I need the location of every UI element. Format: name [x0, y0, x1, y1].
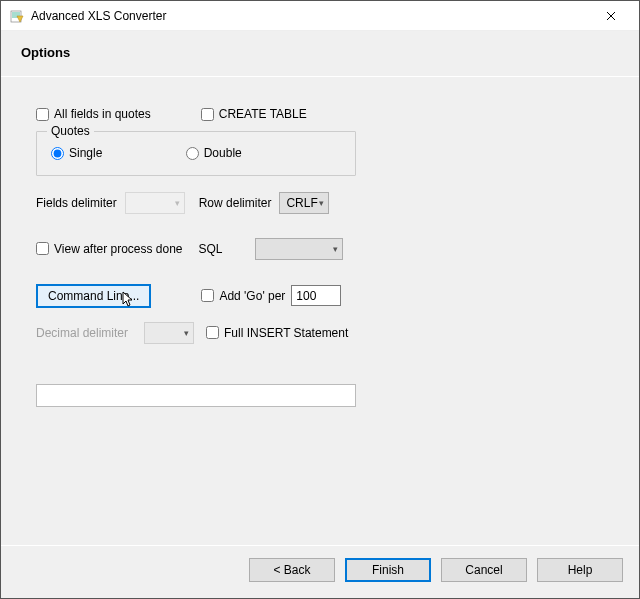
full-insert-label: Full INSERT Statement — [224, 326, 348, 340]
view-after-label: View after process done — [54, 242, 183, 256]
create-table-label: CREATE TABLE — [219, 107, 307, 121]
fields-delimiter-label: Fields delimiter — [36, 196, 117, 210]
finish-button[interactable]: Finish — [345, 558, 431, 582]
close-button[interactable] — [591, 8, 631, 24]
window-title: Advanced XLS Converter — [31, 9, 591, 23]
wizard-button-bar: < Back Finish Cancel Help — [1, 546, 639, 598]
app-window: Advanced XLS Converter Options All field… — [0, 0, 640, 599]
create-table-input[interactable] — [201, 108, 214, 121]
row-delimiter-label: Row delimiter — [199, 196, 272, 210]
view-after-input[interactable] — [36, 242, 49, 255]
row-delimiter-select[interactable]: CRLF ▾ — [279, 192, 329, 214]
quotes-single-input[interactable] — [51, 147, 64, 160]
add-go-checkbox[interactable]: Add 'Go' per — [201, 289, 285, 303]
output-path-input[interactable] — [36, 384, 356, 407]
quotes-double-label: Double — [204, 146, 242, 160]
wizard-header: Options — [1, 31, 639, 76]
quotes-double-radio[interactable]: Double — [186, 146, 242, 160]
page-title: Options — [21, 45, 619, 60]
add-go-value-input[interactable] — [291, 285, 341, 306]
full-insert-checkbox[interactable]: Full INSERT Statement — [206, 326, 348, 340]
command-line-button[interactable]: Command Line... — [36, 284, 151, 308]
quotes-groupbox: Quotes Single Double — [36, 131, 356, 176]
add-go-input[interactable] — [201, 289, 214, 302]
sql-select[interactable]: ▾ — [255, 238, 343, 260]
decimal-delimiter-label: Decimal delimiter — [36, 326, 128, 340]
chevron-down-icon: ▾ — [175, 198, 180, 208]
sql-label: SQL — [199, 242, 223, 256]
chevron-down-icon: ▾ — [184, 328, 189, 338]
quotes-legend: Quotes — [47, 124, 94, 138]
chevron-down-icon: ▾ — [319, 198, 324, 208]
options-panel: All fields in quotes CREATE TABLE Quotes… — [1, 77, 639, 545]
app-icon — [9, 8, 25, 24]
all-fields-in-quotes-label: All fields in quotes — [54, 107, 151, 121]
help-button[interactable]: Help — [537, 558, 623, 582]
decimal-delimiter-select: ▾ — [144, 322, 194, 344]
row-delimiter-value: CRLF — [286, 196, 317, 210]
cancel-button[interactable]: Cancel — [441, 558, 527, 582]
all-fields-in-quotes-input[interactable] — [36, 108, 49, 121]
back-button[interactable]: < Back — [249, 558, 335, 582]
quotes-single-label: Single — [69, 146, 102, 160]
add-go-label: Add 'Go' per — [219, 289, 285, 303]
create-table-checkbox[interactable]: CREATE TABLE — [201, 107, 307, 121]
fields-delimiter-select[interactable]: ▾ — [125, 192, 185, 214]
view-after-checkbox[interactable]: View after process done — [36, 242, 183, 256]
titlebar: Advanced XLS Converter — [1, 1, 639, 31]
quotes-single-radio[interactable]: Single — [51, 146, 102, 160]
full-insert-input[interactable] — [206, 326, 219, 339]
quotes-double-input[interactable] — [186, 147, 199, 160]
all-fields-in-quotes-checkbox[interactable]: All fields in quotes — [36, 107, 151, 121]
chevron-down-icon: ▾ — [333, 244, 338, 254]
